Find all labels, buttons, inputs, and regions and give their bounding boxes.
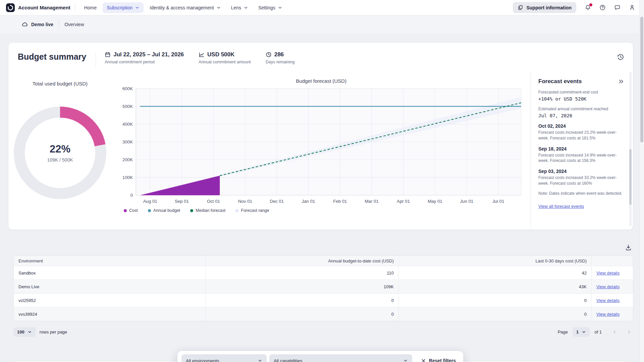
legend-dot [235, 209, 238, 212]
svg-text:Dec 01: Dec 01 [270, 199, 284, 204]
trend-icon [199, 52, 205, 58]
column-header-environment: Environment [14, 256, 206, 266]
forecast-chart-title: Budget forecast (USD) [296, 78, 346, 84]
account-button[interactable] [629, 4, 635, 11]
svg-text:100K: 100K [122, 175, 133, 180]
calendar-icon [105, 52, 111, 58]
view-all-forecast-events-link[interactable]: View all forecast events [538, 204, 584, 209]
cloud-icon [21, 21, 28, 28]
table-toolbar [13, 244, 633, 251]
commitment-reached-value: Jul 07, 2026 [538, 113, 624, 118]
svg-text:300K: 300K [122, 139, 133, 144]
nav-item-subscription[interactable]: Subscription [103, 2, 144, 13]
legend-dot [148, 209, 151, 212]
history-button[interactable] [617, 51, 624, 61]
forecast-event: Sep 18, 2024 Forecast costs increased 14… [538, 146, 624, 164]
help-button[interactable] [599, 4, 606, 11]
navbar-actions: Support information [513, 2, 635, 13]
previous-page-button[interactable] [612, 329, 617, 335]
chevron-left-icon [612, 329, 617, 335]
chevron-down-icon [278, 5, 282, 10]
capabilities-filter-select[interactable]: All capabilities [269, 354, 412, 362]
chevron-down-icon [28, 330, 32, 334]
forecast-events-panel: Forecast events Forecasted commitment-en… [531, 71, 633, 230]
legend-median-forecast: Median forecast [190, 208, 225, 213]
environments-table: Environment Annual budget-to-date cost (… [13, 255, 633, 321]
svg-text:Feb 01: Feb 01 [333, 199, 347, 204]
collapse-panel-button[interactable] [618, 78, 624, 84]
chart-legend: Cost Annual budget Median forecast Forec… [124, 208, 269, 213]
table-row: Sandbox 110 42 View details [14, 266, 633, 280]
svg-text:400K: 400K [122, 122, 133, 127]
used-budget-panel: Total used budget (USD) 22% 109K / 500K [8, 71, 112, 230]
next-page-button[interactable] [627, 329, 632, 335]
breadcrumb-page[interactable]: Overview [64, 22, 84, 27]
nav-item-lens[interactable]: Lens [227, 2, 252, 13]
stat-commitment-period: Jul 22, 2025 – Jul 21, 2026 Annual commi… [105, 51, 184, 64]
page-title: Budget summary [18, 51, 86, 62]
forecast-event: Sep 03, 2024 Forecast costs increased 33… [538, 169, 624, 186]
chevron-down-icon [244, 5, 248, 10]
pagination-bar: 100 rows per page Page 1 of 1 [13, 327, 633, 337]
copy-icon [518, 5, 523, 10]
chat-icon [614, 4, 621, 11]
feedback-button[interactable] [614, 4, 621, 11]
download-icon [625, 244, 632, 251]
user-icon [629, 4, 635, 11]
breadcrumb: Demo live Overview [0, 15, 644, 34]
svg-text:Jan 01: Jan 01 [302, 199, 315, 204]
notification-dot [589, 3, 592, 6]
table-row: Demo Live 109K 43K View details [14, 280, 633, 293]
view-details-link[interactable]: View details [596, 312, 620, 317]
table-row: vcl25952 0 0 View details [14, 293, 633, 307]
rows-per-page-select[interactable]: 100 [13, 327, 36, 337]
page-total-label: of 1 [594, 329, 602, 335]
forecast-chart-panel: Budget forecast (USD) 0100K200K300K400K5… [112, 71, 531, 230]
breadcrumb-environment[interactable]: Demo live [21, 21, 53, 28]
budget-summary-body: Total used budget (USD) 22% 109K / 500K … [8, 71, 633, 230]
navbar-divider [75, 4, 75, 12]
panel-scrollbar-thumb[interactable] [629, 149, 632, 205]
nav-item-settings[interactable]: Settings [254, 2, 286, 13]
page: Account Management Home Subscription Ide… [0, 0, 644, 362]
page-scrollbar-thumb[interactable] [640, 17, 643, 142]
environments-filter-select[interactable]: All environments [181, 354, 267, 362]
svg-text:Jul 01: Jul 01 [492, 199, 504, 204]
page-select[interactable]: 1 [573, 327, 590, 337]
download-button[interactable] [625, 244, 632, 251]
chevron-down-icon [258, 358, 262, 362]
primary-nav: Home Subscription Identity & access mana… [80, 2, 286, 13]
nav-item-home[interactable]: Home [80, 2, 101, 13]
commitment-reached-label: Estimated annual commitment reached [538, 107, 624, 111]
page-controls: Page 1 of 1 [558, 327, 633, 337]
breadcrumb-divider [59, 21, 59, 28]
history-icon [617, 53, 624, 61]
notifications-button[interactable] [585, 4, 591, 11]
donut-percent: 22% [50, 143, 70, 155]
view-details-link[interactable]: View details [596, 270, 620, 276]
legend-dot [190, 209, 193, 212]
app-logo-icon [6, 3, 15, 12]
view-details-link[interactable]: View details [596, 284, 620, 289]
svg-text:0: 0 [130, 193, 132, 198]
clock-icon [266, 52, 272, 58]
nav-item-identity-access[interactable]: Identity & access management [146, 2, 225, 13]
svg-text:Nov 01: Nov 01 [238, 199, 252, 204]
page-scrollbar-track [639, 0, 644, 362]
svg-text:Apr 01: Apr 01 [397, 199, 410, 204]
column-header-last-30-days: Last 0-30 days cost (USD) [399, 256, 592, 266]
summary-stats: Jul 22, 2025 – Jul 21, 2026 Annual commi… [105, 51, 294, 64]
brand[interactable]: Account Management [6, 3, 70, 12]
commitment-end-cost-value: +104% or USD 520K [538, 96, 624, 102]
table-row: vvs39924 0 0 View details [14, 307, 633, 321]
support-information-button[interactable]: Support information [513, 2, 576, 13]
svg-text:Oct 01: Oct 01 [207, 199, 220, 204]
reset-filters-button[interactable]: Reset filters [418, 354, 459, 362]
svg-text:500K: 500K [122, 104, 133, 109]
svg-text:Mar 01: Mar 01 [365, 199, 378, 204]
close-icon [421, 358, 426, 362]
view-details-link[interactable]: View details [596, 298, 620, 303]
stat-commitment-amount: USD 500K Annual commitment amount [199, 51, 251, 64]
chevron-down-icon [403, 358, 408, 362]
svg-text:Aug 01: Aug 01 [143, 199, 157, 204]
